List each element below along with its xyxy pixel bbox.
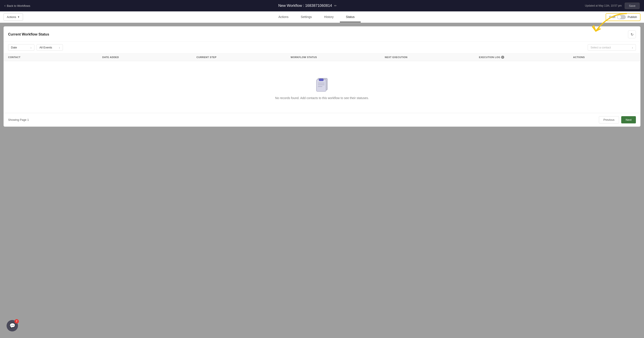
back-arrow-icon: ‹: [4, 4, 6, 8]
col-date-added: DATE ADDED: [102, 56, 196, 59]
contact-chevron-icon: ↕: [632, 46, 633, 49]
contact-placeholder: Select a contact: [590, 46, 611, 49]
svg-rect-1: [316, 80, 326, 92]
toggle-switch[interactable]: [617, 15, 626, 19]
events-filter-label: All Events: [40, 46, 52, 49]
content-card: Current Workflow Status ↻ Date ↕ All Eve…: [4, 26, 640, 127]
card-header: Current Workflow Status ↻: [4, 26, 640, 42]
col-workflow-status: WORKFLOW STATUS: [290, 56, 385, 59]
workflow-title-container: New Workflow : 1683871060814 ✏: [278, 4, 337, 8]
refresh-button[interactable]: ↻: [628, 30, 636, 38]
filters-row: Date ↕ All Events ↕ Select a contact ↕: [4, 42, 640, 54]
back-label: Back to Workflows: [7, 4, 30, 8]
col-execution-log: EXECUTION LOG i: [479, 56, 573, 59]
date-chevron-icon: ↕: [30, 46, 32, 49]
page-info: Showing Page 1: [8, 118, 29, 122]
next-button[interactable]: Next: [621, 116, 636, 124]
previous-button[interactable]: Previous: [599, 116, 619, 124]
empty-state: No records found. Add contacts to this w…: [4, 61, 640, 113]
events-chevron-icon: ↕: [59, 46, 60, 49]
tab-history[interactable]: History: [318, 12, 340, 22]
top-bar: ‹ Back to Workflows New Workflow : 16838…: [0, 0, 644, 12]
chat-widget[interactable]: 💬 7: [6, 320, 18, 332]
workflow-name: New Workflow : 1683871060814: [278, 4, 332, 8]
draft-publish-toggle[interactable]: Draft Publish: [606, 13, 640, 21]
pagination-row: Showing Page 1 Previous Next: [4, 113, 640, 126]
actions-dropdown[interactable]: Actions ▼: [4, 13, 23, 20]
updated-timestamp: Updated at May 11th, 10:57 pm: [585, 4, 622, 7]
back-to-workflows[interactable]: ‹ Back to Workflows: [4, 4, 30, 8]
publish-label: Publish: [628, 15, 637, 19]
chat-icon: 💬: [10, 323, 15, 328]
date-filter-label: Date: [11, 46, 17, 49]
execution-log-info-icon: i: [501, 56, 504, 59]
actions-dropdown-label: Actions: [7, 15, 16, 19]
chat-badge: 7: [14, 319, 19, 324]
sub-nav: Actions ▼ Actions Settings History Statu…: [0, 12, 644, 23]
filters-left: Date ↕ All Events ↕: [8, 44, 63, 51]
tab-status[interactable]: Status: [340, 12, 361, 22]
col-current-step: CURRENT STEP: [196, 56, 291, 59]
chevron-down-icon: ▼: [18, 16, 20, 18]
top-bar-right: Updated at May 11th, 10:57 pm Save: [585, 3, 640, 9]
col-contact: CONTACT: [8, 56, 102, 59]
draft-label: Draft: [609, 15, 615, 19]
tab-settings[interactable]: Settings: [294, 12, 318, 22]
edit-icon[interactable]: ✏: [334, 4, 337, 8]
pagination-buttons: Previous Next: [599, 116, 636, 124]
table-header: CONTACT DATE ADDED CURRENT STEP WORKFLOW…: [4, 54, 640, 61]
save-button[interactable]: Save: [625, 3, 640, 9]
nav-tabs: Actions Settings History Status: [28, 12, 606, 22]
main-content: Current Workflow Status ↻ Date ↕ All Eve…: [0, 26, 644, 130]
empty-state-text: No records found. Add contacts to this w…: [275, 96, 369, 100]
contact-search[interactable]: Select a contact ↕: [588, 44, 636, 51]
svg-rect-2: [319, 79, 324, 81]
card-title: Current Workflow Status: [8, 32, 49, 36]
date-filter[interactable]: Date ↕: [8, 44, 34, 51]
col-next-execution: NEXT EXECUTION: [385, 56, 479, 59]
col-actions: ACTIONS: [573, 56, 636, 59]
tab-actions[interactable]: Actions: [272, 12, 294, 22]
empty-state-icon: [313, 74, 331, 92]
events-filter[interactable]: All Events ↕: [36, 44, 63, 51]
